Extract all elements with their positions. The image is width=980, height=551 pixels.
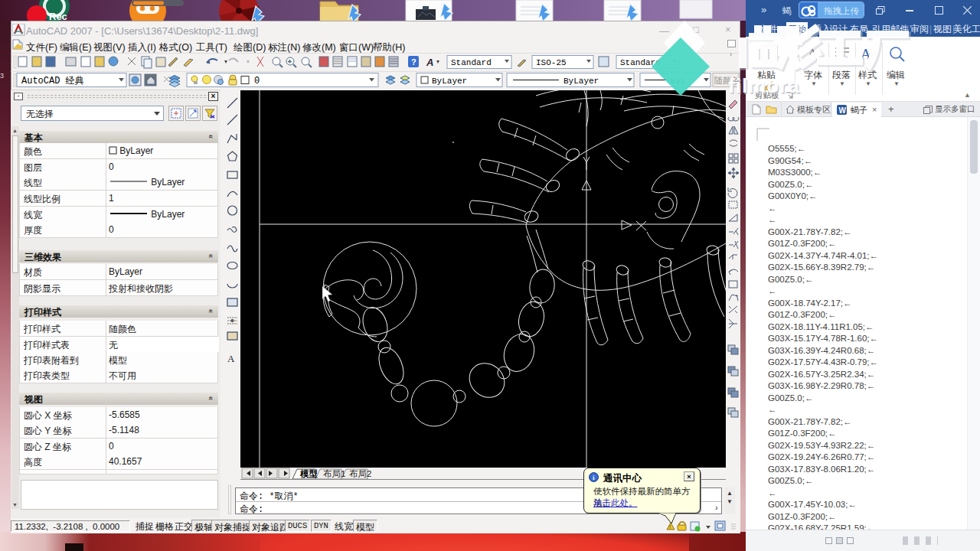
svg-text:filmora: filmora bbox=[728, 74, 800, 97]
